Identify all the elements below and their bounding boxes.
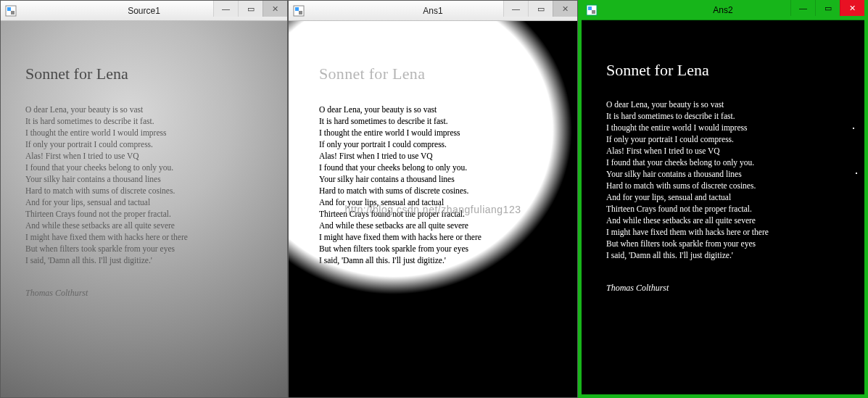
poem-line: I found that your cheeks belong to only …: [319, 162, 481, 173]
poem-line: Your silky hair contains a thousand line…: [25, 173, 273, 185]
poem-line: I might have fixed them with hacks here …: [25, 231, 273, 243]
poem-line: I thought the entire world I would impre…: [25, 127, 273, 138]
poem-line: But when filters took sparkle from your …: [606, 238, 853, 249]
poem-line: And while these setbacks are all quite s…: [606, 215, 853, 226]
svg-rect-5: [299, 11, 302, 14]
poem-line: O dear Lena, your beauty is so vast: [319, 104, 481, 115]
noise-dot: [856, 173, 857, 174]
client-area-ans2: Sonnet for Lena O dear Lena, your beauty…: [582, 20, 864, 394]
watermark-text: http://blog.csdn.net/zhangfuliang123: [289, 204, 577, 215]
app-icon: [293, 5, 305, 17]
poem-body: O dear Lena, your beauty is so vast It i…: [606, 99, 853, 261]
poem-line: If only your portrait I could compress.: [606, 133, 853, 145]
poem-line: It is hard sometimes to describe it fast…: [25, 115, 273, 127]
svg-rect-7: [588, 7, 592, 10]
poem-line: Thirteen Crays found not the proper frac…: [25, 208, 273, 220]
poem-line: I said, 'Damn all this. I'll just digiti…: [319, 254, 481, 266]
poem-line: I found that your cheeks belong to only …: [606, 157, 853, 168]
window-controls: — ▭ ✕: [213, 1, 287, 17]
poem-line: Alas! First when I tried to use VQ: [25, 150, 273, 162]
window-controls: — ▭ ✕: [503, 1, 577, 17]
poem-line: O dear Lena, your beauty is so vast: [25, 104, 273, 115]
poem-heading: Sonnet for Lena: [25, 65, 273, 83]
poem-line: I said, 'Damn all this. I'll just digiti…: [606, 249, 853, 261]
poem-line: But when filters took sparkle from your …: [319, 243, 481, 254]
client-area-source1: Sonnet for Lena O dear Lena, your beauty…: [1, 21, 287, 397]
poem-heading: Sonnet for Lena: [319, 65, 481, 83]
noise-dot: [853, 128, 854, 129]
poem-line: I said, 'Damn all this. I'll just digiti…: [25, 254, 273, 266]
svg-rect-2: [11, 11, 15, 14]
poem-line: Hard to match with sums of discrete cosi…: [606, 180, 853, 191]
poem-line: And for your lips, sensual and tactual: [606, 191, 853, 203]
poem-line: I thought the entire world I would impre…: [606, 122, 853, 133]
window-controls: — ▭ ✕: [790, 0, 864, 16]
minimize-button[interactable]: —: [790, 0, 815, 16]
svg-rect-4: [295, 7, 299, 11]
svg-rect-1: [7, 7, 11, 11]
poem-line: I thought the entire world I would impre…: [319, 127, 481, 138]
titlebar-source1[interactable]: Source1 — ▭ ✕: [1, 1, 287, 21]
close-button[interactable]: ✕: [840, 0, 864, 16]
poem-line: It is hard sometimes to describe it fast…: [606, 110, 853, 122]
window-ans2: Ans2 — ▭ ✕ Sonnet for Lena O dear Lena, …: [578, 0, 868, 398]
threshold-image: Sonnet for Lena O dear Lena, your beauty…: [289, 21, 577, 397]
poem-line: I might have fixed them with hacks here …: [319, 231, 481, 243]
close-button[interactable]: ✕: [263, 1, 287, 17]
poem-line: If only your portrait I could compress.: [319, 138, 481, 150]
poem-line: Thirteen Crays found not the proper frac…: [606, 203, 853, 215]
minimize-button[interactable]: —: [503, 1, 528, 17]
maximize-button[interactable]: ▭: [528, 1, 553, 17]
poem-line: Hard to match with sums of discrete cosi…: [25, 185, 273, 196]
maximize-button[interactable]: ▭: [815, 0, 840, 16]
poem-author: Thomas Colthurst: [25, 288, 273, 299]
source-image: Sonnet for Lena O dear Lena, your beauty…: [1, 21, 287, 397]
poem-line: Alas! First when I tried to use VQ: [319, 150, 481, 162]
app-icon: [586, 4, 598, 16]
app-icon: [5, 5, 17, 17]
poem-line: And while these setbacks are all quite s…: [319, 220, 481, 231]
poem-line: It is hard sometimes to describe it fast…: [319, 115, 481, 127]
window-source1: Source1 — ▭ ✕ Sonnet for Lena O dear Len…: [0, 0, 288, 398]
poem-body: O dear Lena, your beauty is so vast It i…: [319, 104, 481, 266]
svg-rect-8: [592, 10, 595, 14]
poem-line: But when filters took sparkle from your …: [25, 243, 273, 254]
poem-line: I found that your cheeks belong to only …: [25, 162, 273, 173]
titlebar-ans1[interactable]: Ans1 — ▭ ✕: [289, 1, 577, 21]
close-button[interactable]: ✕: [553, 1, 577, 17]
maximize-button[interactable]: ▭: [238, 1, 263, 17]
minimize-button[interactable]: —: [213, 1, 238, 17]
poem-line: O dear Lena, your beauty is so vast: [606, 99, 853, 110]
client-area-ans1: Sonnet for Lena O dear Lena, your beauty…: [289, 21, 577, 397]
adaptive-threshold-image: Sonnet for Lena O dear Lena, your beauty…: [582, 20, 864, 394]
titlebar-ans2[interactable]: Ans2 — ▭ ✕: [582, 0, 864, 20]
poem-line: Hard to match with sums of discrete cosi…: [319, 185, 481, 196]
poem-author: Thomas Colthurst: [606, 283, 853, 294]
poem-line: If only your portrait I could compress.: [25, 138, 273, 150]
poem-line: And for your lips, sensual and tactual: [25, 196, 273, 208]
poem-body: O dear Lena, your beauty is so vast It i…: [25, 104, 273, 266]
poem-line: I might have fixed them with hacks here …: [606, 226, 853, 238]
poem-line: Your silky hair contains a thousand line…: [606, 168, 853, 180]
window-ans1: Ans1 — ▭ ✕ Sonnet for Lena O dear Lena, …: [288, 0, 578, 398]
poem-line: And while these setbacks are all quite s…: [25, 220, 273, 231]
poem-line: Your silky hair contains a thousand line…: [319, 173, 481, 185]
poem-line: Alas! First when I tried to use VQ: [606, 145, 853, 157]
poem-heading: Sonnet for Lena: [606, 61, 853, 80]
